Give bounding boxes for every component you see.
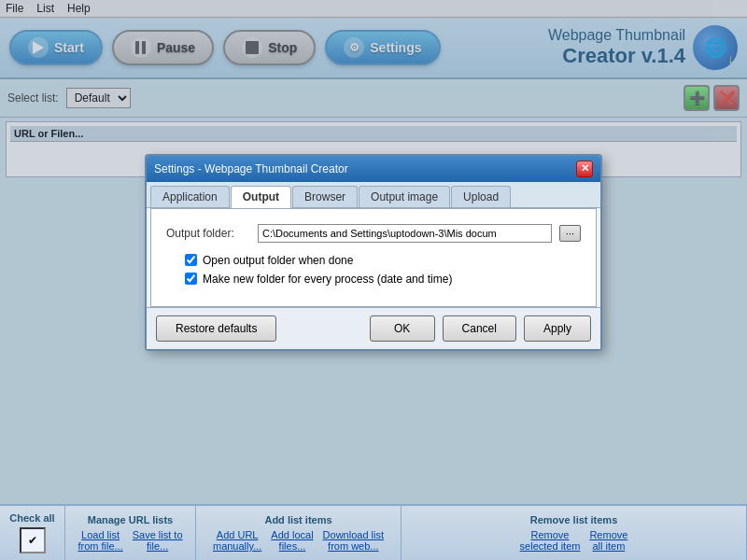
output-folder-label: Output folder: <box>166 227 250 240</box>
add-links: Add URLmanually... Add localfiles... Dow… <box>213 529 384 552</box>
remove-links: Removeselected item Removeall item <box>520 529 628 552</box>
manage-section: Manage URL lists Load listfrom file... S… <box>65 506 196 560</box>
modal-overlay: Settings - Webpage Thumbnail Creator ✕ A… <box>0 0 747 504</box>
dialog-tabs: Application Output Browser Output image … <box>147 182 600 208</box>
dialog-action-buttons: OK Cancel Apply <box>370 315 591 342</box>
remove-all-link[interactable]: Removeall item <box>589 529 627 552</box>
dialog-title: Settings - Webpage Thumbnail Creator <box>154 162 348 175</box>
dialog-body: Output folder: ··· Open output folder wh… <box>150 208 597 307</box>
dialog-footer: Restore defaults OK Cancel Apply <box>147 307 600 349</box>
cancel-button[interactable]: Cancel <box>443 315 516 342</box>
open-folder-row: Open output folder when done <box>185 254 581 267</box>
bottom-bar: Check all ✔ Manage URL lists Load listfr… <box>0 504 747 560</box>
open-folder-label[interactable]: Open output folder when done <box>203 254 353 267</box>
check-all-checkbox[interactable]: ✔ <box>20 527 46 553</box>
tab-browser[interactable]: Browser <box>292 186 358 207</box>
add-local-link[interactable]: Add localfiles... <box>271 529 313 552</box>
ok-button[interactable]: OK <box>370 315 435 342</box>
output-folder-row: Output folder: ··· <box>166 224 581 243</box>
new-folder-row: Make new folder for every process (date … <box>185 273 581 286</box>
check-all-title: Check all <box>9 512 54 524</box>
save-list-link[interactable]: Save list tofile... <box>133 529 183 552</box>
remove-selected-link[interactable]: Removeselected item <box>520 529 581 552</box>
tab-output-image[interactable]: Output image <box>359 186 450 207</box>
manage-title: Manage URL lists <box>88 514 174 525</box>
new-folder-checkbox[interactable] <box>185 273 197 285</box>
manage-links: Load listfrom file... Save list tofile..… <box>78 529 182 552</box>
restore-defaults-button[interactable]: Restore defaults <box>156 315 276 342</box>
tab-output[interactable]: Output <box>231 186 291 208</box>
add-items-section: Add list items Add URLmanually... Add lo… <box>196 506 402 560</box>
add-items-title: Add list items <box>264 514 331 525</box>
check-all-section: Check all ✔ <box>0 506 65 560</box>
dialog-close-button[interactable]: ✕ <box>576 161 593 177</box>
add-url-link[interactable]: Add URLmanually... <box>213 529 261 552</box>
remove-items-section: Remove list items Removeselected item Re… <box>402 506 747 560</box>
settings-dialog: Settings - Webpage Thumbnail Creator ✕ A… <box>145 154 602 351</box>
tab-upload[interactable]: Upload <box>451 186 511 207</box>
browse-button[interactable]: ··· <box>559 225 581 242</box>
remove-items-title: Remove list items <box>530 514 618 525</box>
output-folder-input[interactable] <box>258 224 552 243</box>
tab-application[interactable]: Application <box>150 186 230 207</box>
open-folder-checkbox[interactable] <box>185 254 197 266</box>
load-list-link[interactable]: Load listfrom file... <box>78 529 122 552</box>
download-list-link[interactable]: Download listfrom web... <box>323 529 384 552</box>
new-folder-label[interactable]: Make new folder for every process (date … <box>203 273 452 286</box>
dialog-titlebar: Settings - Webpage Thumbnail Creator ✕ <box>147 156 600 182</box>
apply-button[interactable]: Apply <box>524 315 591 342</box>
